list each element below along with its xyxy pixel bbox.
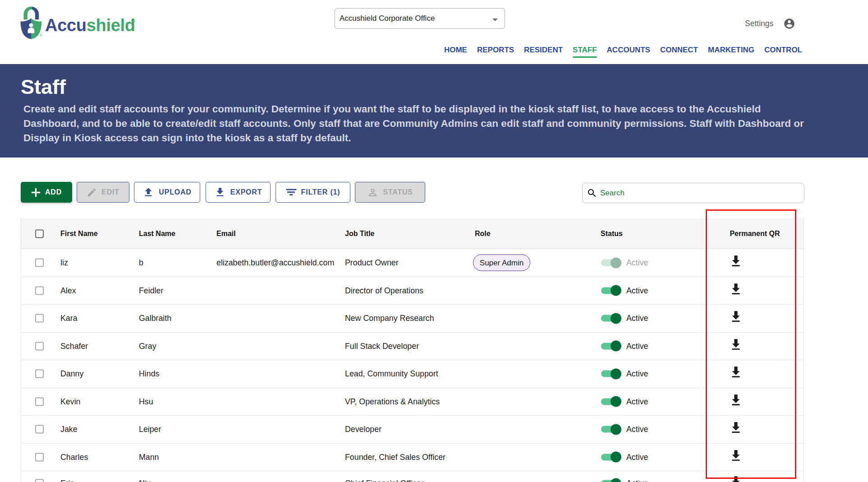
svg-text:®: ®: [40, 33, 42, 37]
